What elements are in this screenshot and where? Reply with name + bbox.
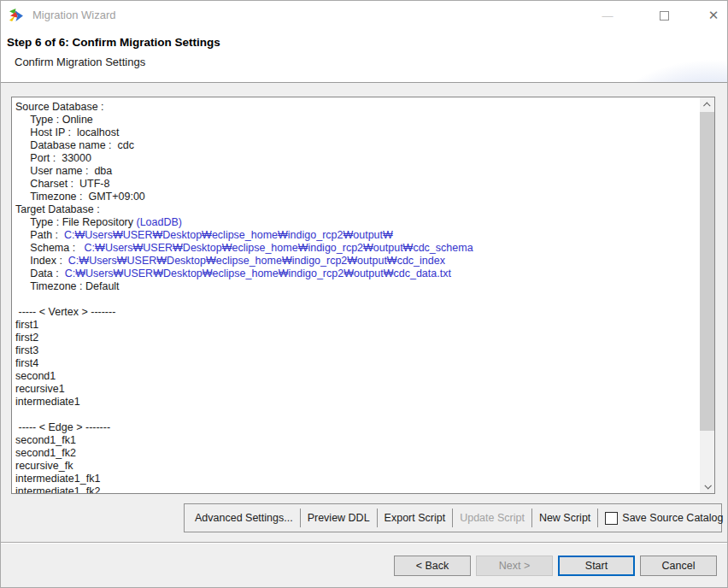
script-toolbar: Advanced Settings... Preview DDL Export … xyxy=(184,503,722,532)
maximize-icon xyxy=(660,11,669,21)
file-path-link: C:₩Users₩USER₩Desktop₩eclipse_home₩indig… xyxy=(65,268,451,279)
console-line: ----- < Vertex > ------- xyxy=(15,306,700,319)
console-line: first3 xyxy=(15,344,700,357)
export-script-button[interactable]: Export Script xyxy=(378,504,453,532)
start-button[interactable]: Start xyxy=(558,556,635,576)
file-path-link: C:₩Users₩USER₩Desktop₩eclipse_home₩indig… xyxy=(64,229,393,241)
console-line: second1 xyxy=(15,370,700,383)
console-line: Schema : C:₩Users₩USER₩Desktop₩eclipse_h… xyxy=(15,242,700,255)
console-line: Data : C:₩Users₩USER₩Desktop₩eclipse_hom… xyxy=(15,268,700,280)
console-line: Path : C:₩Users₩USER₩Desktop₩eclipse_hom… xyxy=(15,229,700,242)
console-line: first4 xyxy=(15,357,700,370)
cancel-button[interactable]: Cancel xyxy=(640,556,717,576)
console-line: Charset : UTF-8 xyxy=(15,178,700,191)
console-line: Target Database : xyxy=(15,203,700,216)
console-line: Host IP : localhost xyxy=(15,126,700,139)
step-subtitle: Confirm Migration Settings xyxy=(15,56,145,68)
migration-wizard-icon xyxy=(9,9,24,23)
console-line: recursive_fk xyxy=(15,460,700,473)
minimize-button[interactable]: — xyxy=(588,0,627,31)
footer-separator xyxy=(0,542,728,544)
console-line: intermediate1 xyxy=(15,396,700,409)
console-line: Database name : cdc xyxy=(15,139,700,152)
new-script-button[interactable]: New Script xyxy=(532,504,597,532)
console-line: intermediate1_fk1 xyxy=(15,473,700,485)
console-line: Type : Online xyxy=(15,114,700,126)
back-button[interactable]: < Back xyxy=(394,556,471,576)
console-line: Source Database : xyxy=(15,101,700,114)
console-line: Timezone : GMT+09:00 xyxy=(15,191,700,203)
console-line: recursive1 xyxy=(15,383,700,396)
file-path-link: C:₩Users₩USER₩Desktop₩eclipse_home₩indig… xyxy=(85,242,473,254)
next-button: Next > xyxy=(476,556,553,576)
console-line: User name : dba xyxy=(15,165,700,178)
console-line: ----- < Edge > ------- xyxy=(15,421,700,434)
maximize-button[interactable] xyxy=(644,0,684,31)
close-icon: ✕ xyxy=(708,8,719,23)
scroll-down-arrow-icon[interactable] xyxy=(700,479,714,493)
file-path-link: (LoadDB) xyxy=(137,216,183,228)
step-title: Step 6 of 6: Confirm Migration Settings xyxy=(7,36,220,49)
preview-ddl-button[interactable]: Preview DDL xyxy=(301,504,377,532)
console-line: second1_fk1 xyxy=(15,434,700,447)
title-bar: Migration Wizard — ✕ xyxy=(0,0,728,31)
console-line: first2 xyxy=(15,332,700,344)
console-line: Timezone : Default xyxy=(15,280,700,293)
migration-summary-console[interactable]: Source Database : Type : Online Host IP … xyxy=(11,97,715,494)
wizard-banner: Step 6 of 6: Confirm Migration Settings … xyxy=(0,31,728,83)
window-title: Migration Wizard xyxy=(32,9,116,21)
save-source-catalog-checkbox[interactable]: Save Source Catalog xyxy=(598,512,723,525)
console-line: Type : File Repository (LoadDB) xyxy=(15,216,700,229)
vertical-scrollbar[interactable] xyxy=(700,97,714,493)
console-line xyxy=(15,293,700,306)
console-line: first1 xyxy=(15,319,700,332)
scroll-up-arrow-icon[interactable] xyxy=(700,97,714,112)
console-line: intermediate1_fk2 xyxy=(15,485,700,493)
console-lines: Source Database : Type : Online Host IP … xyxy=(12,97,700,493)
file-path-link: C:₩Users₩USER₩Desktop₩eclipse_home₩indig… xyxy=(68,255,445,267)
console-line: second1_fk2 xyxy=(15,447,700,460)
minimize-icon: — xyxy=(602,9,614,22)
update-script-button: Update Script xyxy=(453,504,531,532)
console-line xyxy=(15,409,700,421)
scrollbar-thumb[interactable] xyxy=(700,112,714,431)
advanced-settings-button[interactable]: Advanced Settings... xyxy=(188,504,300,532)
close-button[interactable]: ✕ xyxy=(694,0,728,31)
checkbox-label: Save Source Catalog xyxy=(622,512,723,524)
console-line: Index : C:₩Users₩USER₩Desktop₩eclipse_ho… xyxy=(15,255,700,268)
checkbox-icon[interactable] xyxy=(605,512,618,525)
console-line: Port : 33000 xyxy=(15,152,700,165)
